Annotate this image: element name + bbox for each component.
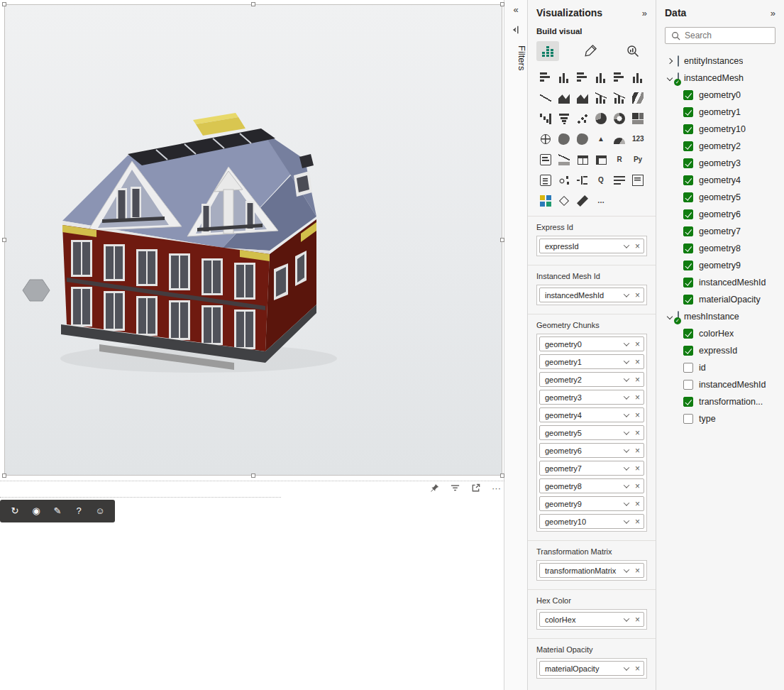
field-pill[interactable]: materialOpacity ×	[539, 661, 644, 676]
pill-remove-icon[interactable]: ×	[635, 358, 640, 366]
field-well-dropzone[interactable]: transformationMatrix ×	[536, 560, 647, 581]
visual-type-icon[interactable]: 123	[629, 131, 647, 147]
field-checkbox[interactable]	[683, 414, 693, 424]
field-well-dropzone[interactable]: instancedMeshId ×	[536, 285, 647, 305]
selection-handle[interactable]	[500, 238, 504, 242]
pill-dropdown-icon[interactable]	[624, 242, 629, 248]
tree-row[interactable]: geometry1	[656, 104, 784, 121]
field-name[interactable]: geometry3	[699, 158, 741, 168]
field-pill[interactable]: transformationMatrix ×	[539, 563, 644, 578]
edit-icon[interactable]: ✎	[50, 503, 65, 519]
chevron-wrap[interactable]	[665, 59, 675, 63]
pill-remove-icon[interactable]: ×	[635, 447, 640, 455]
field-pill[interactable]: geometry6 ×	[539, 443, 644, 458]
tree-row[interactable]: geometry3	[656, 155, 784, 172]
visual-type-icon[interactable]	[536, 70, 555, 85]
visual-type-icon[interactable]	[629, 90, 647, 106]
visual-type-icon[interactable]	[610, 172, 629, 188]
play-icon[interactable]: ◉	[28, 503, 44, 519]
visual-type-icon[interactable]	[536, 111, 555, 126]
pill-dropdown-icon[interactable]	[624, 393, 629, 399]
field-checkbox[interactable]	[683, 175, 693, 185]
field-name[interactable]: colorHex	[699, 329, 734, 339]
pill-remove-icon[interactable]: ×	[635, 411, 640, 420]
pill-remove-icon[interactable]: ×	[635, 242, 640, 251]
feedback-smiley-icon[interactable]: ☺	[92, 503, 108, 519]
tree-row[interactable]: type	[656, 410, 784, 427]
field-checkbox[interactable]	[683, 209, 693, 219]
pill-dropdown-icon[interactable]	[624, 518, 629, 523]
visual-type-icon[interactable]	[629, 172, 647, 188]
field-pill[interactable]: geometry7 ×	[539, 461, 644, 476]
tree-row[interactable]: geometry2	[656, 138, 784, 155]
tree-row[interactable]: geometry10	[656, 121, 784, 138]
visual-type-icon[interactable]: R	[610, 152, 629, 168]
pill-dropdown-icon[interactable]	[624, 664, 629, 670]
visual-type-icon[interactable]	[592, 152, 610, 168]
field-checkbox[interactable]	[683, 90, 693, 100]
visual-type-icon[interactable]	[610, 111, 629, 126]
field-checkbox[interactable]	[683, 107, 693, 117]
field-pill[interactable]: geometry2 ×	[539, 372, 644, 387]
selection-handle[interactable]	[2, 238, 6, 242]
pill-dropdown-icon[interactable]	[624, 482, 629, 488]
tab-analytics[interactable]	[622, 41, 644, 61]
pill-dropdown-icon[interactable]	[624, 376, 629, 381]
search-input[interactable]	[685, 31, 769, 40]
field-name[interactable]: geometry7	[699, 226, 741, 236]
field-name[interactable]: geometry5	[699, 192, 741, 202]
visual-type-icon[interactable]	[592, 90, 610, 106]
more-options-icon[interactable]: ···	[490, 482, 502, 494]
field-checkbox[interactable]	[683, 261, 693, 270]
visual-type-icon[interactable]	[573, 152, 592, 168]
tree-row[interactable]: entityInstances	[656, 53, 784, 70]
field-checkbox[interactable]	[683, 141, 693, 151]
tree-row[interactable]: meshInstance	[656, 308, 784, 325]
field-name[interactable]: materialOpacity	[699, 295, 761, 305]
pill-remove-icon[interactable]: ×	[635, 482, 640, 491]
field-pill[interactable]: geometry1 ×	[539, 354, 644, 369]
selection-handle[interactable]	[500, 2, 504, 6]
collapse-visualizations-icon[interactable]: »	[642, 8, 647, 18]
visual-type-icon[interactable]	[573, 111, 592, 126]
visual-type-icon[interactable]	[555, 193, 573, 209]
focus-mode-icon[interactable]	[470, 482, 482, 494]
filters-pane-label[interactable]: Filters	[504, 45, 527, 70]
field-name[interactable]: entityInstances	[684, 56, 743, 66]
visual-3d-building[interactable]	[4, 4, 502, 476]
tree-row[interactable]: geometry9	[656, 257, 784, 274]
field-pill[interactable]: geometry10 ×	[539, 514, 644, 529]
field-name[interactable]: id	[699, 363, 706, 373]
pill-dropdown-icon[interactable]	[624, 566, 629, 572]
field-name[interactable]: geometry6	[699, 209, 741, 219]
tree-row[interactable]: transformation...	[656, 393, 784, 410]
selection-handle[interactable]	[251, 473, 255, 478]
field-well-dropzone[interactable]: materialOpacity ×	[536, 658, 647, 679]
visual-type-icon[interactable]	[536, 90, 555, 106]
field-checkbox[interactable]	[683, 192, 693, 202]
field-checkbox[interactable]	[683, 329, 693, 339]
pill-dropdown-icon[interactable]	[624, 447, 629, 452]
field-checkbox[interactable]	[683, 158, 693, 168]
pill-dropdown-icon[interactable]	[624, 340, 629, 346]
visual-type-icon[interactable]: Q	[592, 172, 610, 188]
pill-remove-icon[interactable]: ×	[635, 615, 640, 624]
field-name[interactable]: geometry10	[699, 124, 746, 134]
visual-type-icon[interactable]	[610, 131, 629, 147]
field-pill[interactable]: expressId ×	[539, 239, 644, 253]
pin-icon[interactable]	[429, 482, 441, 494]
visual-type-icon[interactable]	[573, 90, 592, 106]
field-checkbox[interactable]	[683, 278, 693, 288]
pill-remove-icon[interactable]: ×	[635, 340, 640, 349]
visual-type-icon[interactable]	[629, 70, 647, 85]
visual-type-icon[interactable]	[610, 90, 629, 106]
field-name[interactable]: geometry4	[699, 175, 741, 185]
visual-type-icon[interactable]: Py	[629, 152, 647, 168]
visual-type-icon[interactable]	[592, 111, 610, 126]
visual-type-icon[interactable]	[592, 70, 610, 85]
visual-type-icon[interactable]	[555, 152, 573, 168]
field-checkbox[interactable]	[683, 363, 693, 373]
pill-remove-icon[interactable]: ×	[635, 376, 640, 384]
pill-remove-icon[interactable]: ×	[635, 464, 640, 473]
pill-dropdown-icon[interactable]	[624, 500, 629, 505]
